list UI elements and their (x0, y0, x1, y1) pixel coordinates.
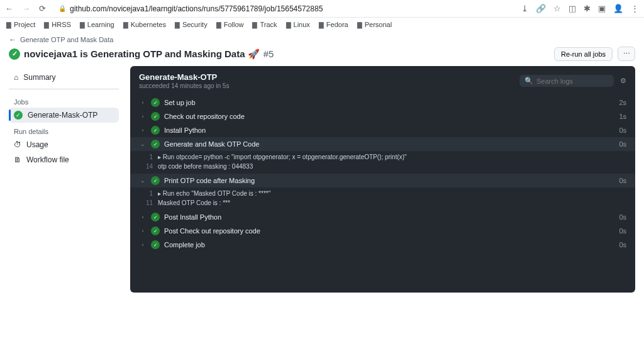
address-bar[interactable]: 🔒 github.com/novicejava1/learngit/action… (52, 4, 515, 13)
star-icon[interactable]: ☆ (553, 4, 561, 13)
step-row[interactable]: ⌄✓Generate and Mask OTP Code0s (130, 137, 635, 151)
log-search[interactable]: 🔍 (519, 75, 614, 87)
bookmark-item[interactable]: ▇Security (175, 21, 208, 28)
rerun-all-button[interactable]: Re-run all jobs (554, 47, 613, 61)
run-menu-button[interactable]: ⋯ (618, 47, 635, 61)
folder-icon: ▇ (6, 21, 11, 28)
step-success-icon: ✓ (151, 126, 160, 135)
divider (9, 89, 119, 89)
bookmark-item[interactable]: ▇Track (252, 21, 277, 28)
gear-icon[interactable]: ⚙ (620, 77, 626, 85)
step-duration: 1s (619, 113, 626, 120)
install-icon[interactable]: ⤓ (521, 4, 528, 13)
folder-icon: ▇ (319, 21, 324, 28)
chevron-right-icon: › (139, 113, 147, 120)
step-label: Set up job (164, 99, 619, 106)
url-text: github.com/novicejava1/learngit/actions/… (70, 4, 323, 13)
bookmark-item[interactable]: ▇Learning (80, 21, 114, 28)
step-label: Post Install Python (164, 213, 619, 221)
log-line: 14otp code before masking : 044833 (130, 162, 635, 171)
step-label: Install Python (164, 126, 619, 134)
bookmark-item[interactable]: ▇Fedora (319, 21, 348, 28)
bookmark-item[interactable]: ▇HRSS (44, 21, 71, 28)
run-number: #5 (264, 48, 274, 59)
step-row[interactable]: ›✓Set up job2s (130, 96, 635, 109)
profile-avatar[interactable]: 👤 (613, 4, 623, 13)
bookmark-item[interactable]: ▇Kubernetes (123, 21, 166, 28)
stopwatch-icon: ⏱ (14, 140, 21, 149)
extension-icon[interactable]: ◫ (569, 4, 576, 13)
job-title: Generate-Mask-OTP (139, 72, 229, 82)
log-line: 11Masked OTP Code is : *** (130, 198, 635, 208)
step-success-icon: ✓ (151, 213, 160, 221)
folder-icon: ▇ (216, 21, 221, 28)
folder-icon: ▇ (80, 21, 85, 28)
step-duration: 0s (619, 126, 626, 134)
log-search-input[interactable] (536, 77, 606, 85)
step-row[interactable]: ›✓Check out repository code1s (130, 109, 635, 123)
kebab-icon[interactable]: ⋮ (631, 4, 639, 13)
breadcrumb-text[interactable]: Generate OTP and Mask Data (20, 36, 113, 43)
log-line: 1▸ Run echo "Masked OTP Code is : ****" (130, 189, 635, 198)
folder-icon: ▇ (357, 21, 362, 28)
log-line: 1▸ Run otpcode= python -c "import otpgen… (130, 152, 635, 162)
run-title: novicejava1 is Generating OTP and Maskin… (24, 48, 260, 60)
puzzle-icon[interactable]: ✱ (584, 4, 591, 13)
panel-icon[interactable]: ▣ (598, 4, 606, 13)
chevron-right-icon: › (139, 99, 147, 106)
step-duration: 0s (619, 140, 626, 148)
nav-back-icon[interactable]: ← (5, 4, 13, 13)
step-row[interactable]: ⌄✓Print OTP code after Masking0s (130, 174, 635, 187)
step-label: Complete job (164, 241, 619, 249)
step-success-icon: ✓ (151, 226, 160, 235)
folder-icon: ▇ (44, 21, 49, 28)
step-row[interactable]: ›✓Post Install Python0s (130, 210, 635, 224)
step-duration: 0s (619, 177, 626, 184)
bookmark-item[interactable]: ▇Project (6, 21, 35, 28)
folder-icon: ▇ (252, 21, 257, 28)
log-body: 1▸ Run otpcode= python -c "import otpgen… (130, 151, 635, 174)
sidebar-workflow-file[interactable]: 🗎 Workflow file (9, 152, 119, 167)
step-row[interactable]: ›✓Complete job0s (130, 238, 635, 252)
folder-icon: ▇ (123, 21, 128, 28)
sidebar-job-generate-mask-otp[interactable]: ✓ Generate-Mask-OTP (9, 108, 119, 123)
step-label: Check out repository code (164, 113, 619, 120)
sidebar: ⌂ Summary Jobs ✓ Generate-Mask-OTP Run d… (9, 66, 119, 293)
step-row[interactable]: ›✓Post Check out repository code0s (130, 224, 635, 238)
bookmark-item[interactable]: ▇Personal (357, 21, 392, 28)
step-success-icon: ✓ (151, 98, 160, 107)
summary-icon: ⌂ (14, 73, 18, 82)
chevron-right-icon: › (139, 127, 147, 133)
chevron-right-icon: › (139, 228, 147, 234)
step-label: Print OTP code after Masking (164, 177, 619, 184)
step-row[interactable]: ›✓Install Python0s (130, 123, 635, 137)
chevron-right-icon: › (139, 242, 147, 248)
step-duration: 0s (619, 213, 626, 221)
bookmark-item[interactable]: ▇Follow (216, 21, 244, 28)
chevron-right-icon: › (139, 214, 147, 220)
back-arrow-icon[interactable]: ← (9, 35, 16, 44)
search-icon: 🔍 (525, 77, 533, 85)
step-success-icon: ✓ (151, 140, 160, 148)
step-success-icon: ✓ (151, 176, 160, 185)
step-duration: 2s (619, 99, 626, 106)
status-success-icon: ✓ (9, 48, 20, 60)
chevron-down-icon: ⌄ (139, 141, 147, 147)
sidebar-run-details-heading: Run details (9, 123, 119, 137)
share-icon[interactable]: 🔗 (536, 4, 546, 13)
lock-icon: 🔒 (58, 5, 66, 12)
bookmarks-bar: ▇Project▇HRSS▇Learning▇Kubernetes▇Securi… (0, 18, 644, 31)
step-duration: 0s (619, 227, 626, 235)
nav-forward-icon[interactable]: → (22, 4, 30, 13)
sidebar-usage[interactable]: ⏱ Usage (9, 137, 119, 152)
step-success-icon: ✓ (151, 112, 160, 121)
step-duration: 0s (619, 241, 626, 249)
browser-toolbar: ← → ⟳ 🔒 github.com/novicejava1/learngit/… (0, 0, 644, 18)
step-label: Post Check out repository code (164, 227, 619, 235)
sidebar-summary[interactable]: ⌂ Summary (9, 70, 119, 85)
job-meta: succeeded 14 minutes ago in 5s (139, 82, 229, 89)
file-icon: 🗎 (14, 155, 21, 164)
nav-reload-icon[interactable]: ⟳ (39, 4, 46, 13)
step-success-icon: ✓ (151, 240, 160, 249)
bookmark-item[interactable]: ▇Linux (286, 21, 310, 28)
